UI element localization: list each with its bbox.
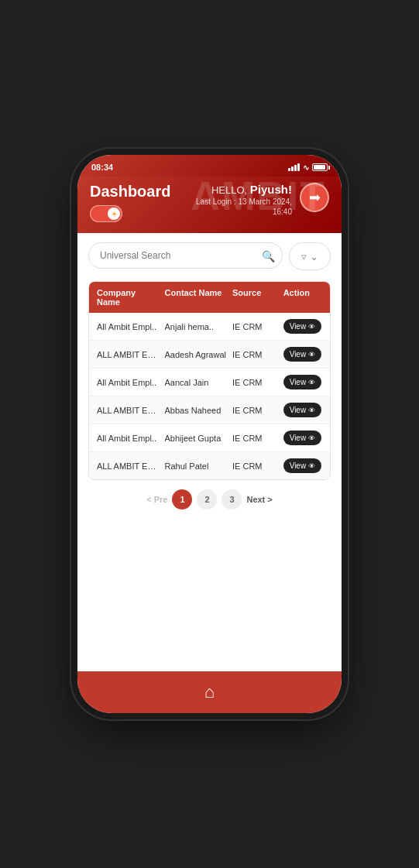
eye-icon: 👁 xyxy=(308,351,315,359)
page-3-button[interactable]: 3 xyxy=(222,489,242,509)
content-area: 🔍 ▿ ⌄ Company Name Contact Name Source A… xyxy=(77,233,342,519)
prev-page-button[interactable]: < Pre xyxy=(146,495,167,504)
view-button[interactable]: View 👁 xyxy=(283,347,322,362)
table-row: ALL AMBIT EMPL.. Rahul Patel IE CRM View… xyxy=(89,452,330,479)
view-button[interactable]: View 👁 xyxy=(283,403,322,417)
toggle-knob: ☀ xyxy=(108,208,120,220)
table-row: ALL AMBIT EMPL.. Abbas Naheed IE CRM Vie… xyxy=(89,396,330,424)
cell-contact: Rahul Patel xyxy=(162,461,230,471)
eye-icon: 👁 xyxy=(308,462,315,470)
search-input-wrap: 🔍 xyxy=(88,242,283,270)
table-row: ALL AMBIT EMPL.. Aadesh Agrawal IE CRM V… xyxy=(89,341,330,369)
cell-source: IE CRM xyxy=(229,461,280,471)
col-company: Company Name xyxy=(94,288,162,307)
table-body: All Ambit Empl.. Anjali hema.. IE CRM Vi… xyxy=(89,313,330,479)
cell-contact: Aadesh Agrawal xyxy=(162,350,230,359)
cell-company: ALL AMBIT EMPL.. xyxy=(94,350,162,359)
cell-contact: Aancal Jain xyxy=(162,378,230,387)
search-row: 🔍 ▿ ⌄ xyxy=(88,242,331,270)
cell-company: All Ambit Empl.. xyxy=(94,434,162,443)
col-contact: Contact Name xyxy=(162,288,230,307)
page-2-button[interactable]: 2 xyxy=(197,489,217,509)
cell-source: IE CRM xyxy=(229,322,280,331)
battery-icon xyxy=(312,163,328,171)
cell-contact: Abhijeet Gupta xyxy=(162,434,230,443)
cell-action[interactable]: View 👁 xyxy=(280,347,325,362)
table-row: All Ambit Empl.. Aancal Jain IE CRM View… xyxy=(89,369,330,396)
col-source: Source xyxy=(229,288,280,307)
sun-icon: ☀ xyxy=(111,210,118,218)
cell-action[interactable]: View 👁 xyxy=(280,319,325,334)
filter-icon: ▿ xyxy=(301,251,307,262)
cell-company: ALL AMBIT EMPL.. xyxy=(94,461,162,471)
toggle-switch[interactable]: ☀ xyxy=(90,205,122,222)
col-action: Action xyxy=(280,288,325,307)
time-display: 08:34 xyxy=(91,163,113,172)
status-icons: ∿ xyxy=(288,163,328,172)
view-button[interactable]: View 👁 xyxy=(283,375,322,389)
search-icon[interactable]: 🔍 xyxy=(262,250,275,262)
bottom-nav: ⌂ xyxy=(77,671,342,713)
header-section: AMBIT Dashboard ☀ HELLO, Piyush! xyxy=(77,177,342,233)
brand-bg-text: AMBIT xyxy=(191,177,326,219)
cell-action[interactable]: View 👁 xyxy=(280,431,325,445)
status-bar: 08:34 ∿ xyxy=(77,155,342,177)
view-button[interactable]: View 👁 xyxy=(283,458,322,473)
cell-source: IE CRM xyxy=(229,350,280,359)
cell-source: IE CRM xyxy=(229,406,280,415)
table-row: All Ambit Empl.. Anjali hema.. IE CRM Vi… xyxy=(89,313,330,341)
filter-button[interactable]: ▿ ⌄ xyxy=(289,242,331,270)
eye-icon: 👁 xyxy=(308,379,315,386)
view-button[interactable]: View 👁 xyxy=(283,431,322,445)
pagination: < Pre 1 2 3 Next > xyxy=(88,489,331,509)
view-button[interactable]: View 👁 xyxy=(283,319,322,334)
eye-icon: 👁 xyxy=(308,407,315,414)
cell-company: All Ambit Empl.. xyxy=(94,322,162,331)
page-1-button[interactable]: 1 xyxy=(172,489,192,509)
theme-toggle[interactable]: ☀ xyxy=(90,205,170,222)
cell-action[interactable]: View 👁 xyxy=(280,458,325,473)
cell-source: IE CRM xyxy=(229,378,280,387)
cell-action[interactable]: View 👁 xyxy=(280,403,325,417)
eye-icon: 👁 xyxy=(308,323,315,331)
cell-company: ALL AMBIT EMPL.. xyxy=(94,406,162,415)
table-row: All Ambit Empl.. Abhijeet Gupta IE CRM V… xyxy=(89,424,330,452)
wifi-icon: ∿ xyxy=(303,163,309,172)
cell-action[interactable]: View 👁 xyxy=(280,375,325,389)
table-header: Company Name Contact Name Source Action xyxy=(89,282,330,313)
cell-contact: Abbas Naheed xyxy=(162,406,230,415)
search-input[interactable] xyxy=(88,242,283,269)
dashboard-title: Dashboard xyxy=(90,183,170,201)
chevron-down-icon: ⌄ xyxy=(310,251,318,262)
signal-icon xyxy=(288,163,300,171)
home-icon[interactable]: ⌂ xyxy=(204,682,215,702)
data-table: Company Name Contact Name Source Action … xyxy=(88,281,331,480)
next-page-button[interactable]: Next > xyxy=(246,495,272,504)
cell-source: IE CRM xyxy=(229,434,280,443)
eye-icon: 👁 xyxy=(308,434,315,442)
cell-contact: Anjali hema.. xyxy=(162,322,230,331)
cell-company: All Ambit Empl.. xyxy=(94,378,162,387)
